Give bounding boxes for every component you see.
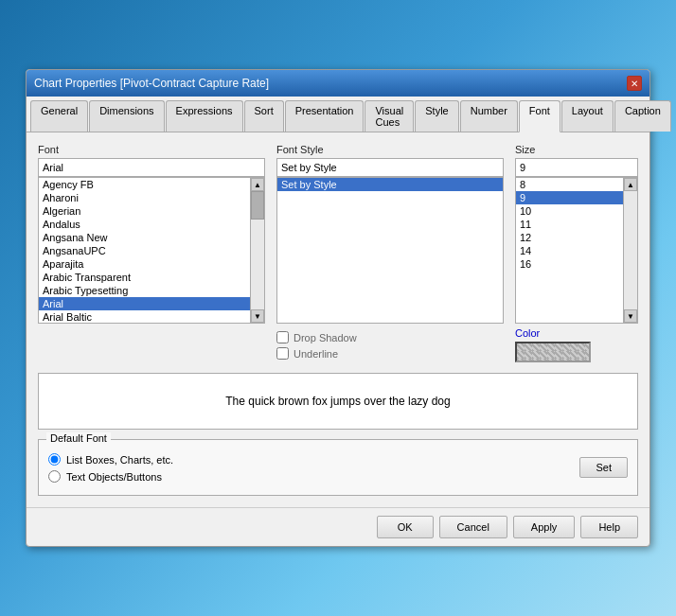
font-listbox-container: Agency FB Aharoni Algerian Andalus Angsa… <box>38 177 265 324</box>
radio-text-objects-label: Text Objects/Buttons <box>66 471 162 483</box>
apply-button[interactable]: Apply <box>513 516 576 538</box>
tab-general[interactable]: General <box>30 100 88 132</box>
underline-row: Underline <box>276 347 504 360</box>
size-scroll-down[interactable]: ▼ <box>624 309 637 323</box>
tabs-bar: General Dimensions Expressions Sort Pres… <box>27 97 649 132</box>
bottom-buttons: OK Cancel Apply Help <box>27 507 649 546</box>
size-scroll-up[interactable]: ▲ <box>624 178 637 191</box>
underline-label: Underline <box>294 348 338 360</box>
radio-list-boxes[interactable] <box>48 453 61 466</box>
default-font-legend: Default Font <box>46 432 111 444</box>
radio-row-2: Text Objects/Buttons <box>48 470 579 483</box>
set-button[interactable]: Set <box>579 457 628 478</box>
size-item-11[interactable]: 11 <box>516 218 623 231</box>
size-item-9[interactable]: 9 <box>516 191 623 204</box>
preview-text: The quick brown fox jumps over the lazy … <box>225 395 450 408</box>
fontstyle-listbox[interactable]: Set by Style <box>276 177 504 324</box>
color-label[interactable]: Color <box>515 327 638 339</box>
help-button[interactable]: Help <box>580 516 638 538</box>
default-font-inner: List Boxes, Charts, etc. Text Objects/Bu… <box>48 448 628 487</box>
color-section: Color <box>515 327 638 362</box>
font-input[interactable] <box>38 158 265 177</box>
font-scrollbar[interactable]: ▲ ▼ <box>251 177 265 324</box>
tab-number[interactable]: Number <box>460 100 518 132</box>
fontstyle-column: Font Style Set by Style Drop Shadow Un <box>276 144 504 363</box>
font-columns: Font Agency FB Aharoni Algerian Andalus … <box>38 144 638 363</box>
dialog-title: Chart Properties [Pivot-Contract Capture… <box>34 77 269 90</box>
dialog-body: Font Agency FB Aharoni Algerian Andalus … <box>27 132 649 507</box>
list-item[interactable]: Andalus <box>39 218 250 231</box>
radio-row-1: List Boxes, Charts, etc. <box>48 453 579 466</box>
font-label: Font <box>38 144 265 155</box>
list-item[interactable]: Aharoni <box>39 191 250 204</box>
tab-visual-cues[interactable]: Visual Cues <box>365 100 414 132</box>
tab-layout[interactable]: Layout <box>561 100 614 132</box>
size-listbox-container: 8 9 10 11 12 14 16 ▲ ▼ <box>515 177 638 324</box>
ok-button[interactable]: OK <box>377 516 434 538</box>
default-font-group: Default Font List Boxes, Charts, etc. Te… <box>38 439 638 496</box>
list-item[interactable]: Arabic Typesetting <box>39 284 250 297</box>
tab-expressions[interactable]: Expressions <box>166 100 243 132</box>
fontstyle-label: Font Style <box>276 144 504 155</box>
title-bar: Chart Properties [Pivot-Contract Capture… <box>27 70 649 97</box>
scroll-track <box>251 191 264 309</box>
font-listbox[interactable]: Agency FB Aharoni Algerian Andalus Angsa… <box>38 177 251 324</box>
tab-style[interactable]: Style <box>415 100 458 132</box>
size-item-10[interactable]: 10 <box>516 204 623 218</box>
radios-col: List Boxes, Charts, etc. Text Objects/Bu… <box>48 453 579 487</box>
size-column: Size 8 9 10 11 12 14 16 ▲ ▼ <box>515 144 638 363</box>
list-item[interactable]: Algerian <box>39 204 250 218</box>
list-item[interactable]: Aparajita <box>39 257 250 271</box>
fontstyle-listbox-wrap: Set by Style <box>276 177 504 324</box>
list-item[interactable]: AngsanaUPC <box>39 244 250 257</box>
size-listbox[interactable]: 8 9 10 11 12 14 16 <box>515 177 624 324</box>
font-column: Font Agency FB Aharoni Algerian Andalus … <box>38 144 265 363</box>
size-scroll-track <box>624 191 637 309</box>
size-item-8[interactable]: 8 <box>516 178 623 191</box>
fontstyle-input[interactable] <box>276 158 504 177</box>
cancel-button[interactable]: Cancel <box>439 516 507 538</box>
close-button[interactable]: ✕ <box>627 76 642 91</box>
size-item-12[interactable]: 12 <box>516 231 623 244</box>
checkbox-area: Drop Shadow Underline <box>276 331 504 360</box>
scroll-up-btn[interactable]: ▲ <box>251 178 264 191</box>
dropshadow-row: Drop Shadow <box>276 331 504 343</box>
scroll-down-btn[interactable]: ▼ <box>251 309 264 323</box>
scroll-thumb[interactable] <box>251 191 264 220</box>
size-input[interactable] <box>515 158 638 177</box>
tab-sort[interactable]: Sort <box>244 100 284 132</box>
tab-caption[interactable]: Caption <box>614 100 671 132</box>
preview-box: The quick brown fox jumps over the lazy … <box>38 373 638 430</box>
tab-font[interactable]: Font <box>519 100 560 132</box>
radio-text-objects[interactable] <box>48 470 61 483</box>
list-item[interactable]: Arial Baltic <box>39 310 250 324</box>
radio-list-boxes-label: List Boxes, Charts, etc. <box>66 454 173 466</box>
dropshadow-label: Drop Shadow <box>294 332 357 343</box>
tab-presentation[interactable]: Presentation <box>285 100 365 132</box>
size-label: Size <box>515 144 638 155</box>
tab-dimensions[interactable]: Dimensions <box>89 100 164 132</box>
chart-properties-dialog: Chart Properties [Pivot-Contract Capture… <box>26 69 650 547</box>
color-swatch[interactable] <box>515 342 591 362</box>
underline-checkbox[interactable] <box>276 347 289 360</box>
size-item-16[interactable]: 16 <box>516 257 623 271</box>
dropshadow-checkbox[interactable] <box>276 331 289 343</box>
size-scrollbar[interactable]: ▲ ▼ <box>624 177 638 324</box>
list-item[interactable]: Agency FB <box>39 178 250 191</box>
fontstyle-item-setbystyle[interactable]: Set by Style <box>277 178 503 191</box>
size-item-14[interactable]: 14 <box>516 244 623 257</box>
list-item-arial[interactable]: Arial <box>39 297 250 310</box>
list-item[interactable]: Arabic Transparent <box>39 271 250 284</box>
list-item[interactable]: Angsana New <box>39 231 250 244</box>
